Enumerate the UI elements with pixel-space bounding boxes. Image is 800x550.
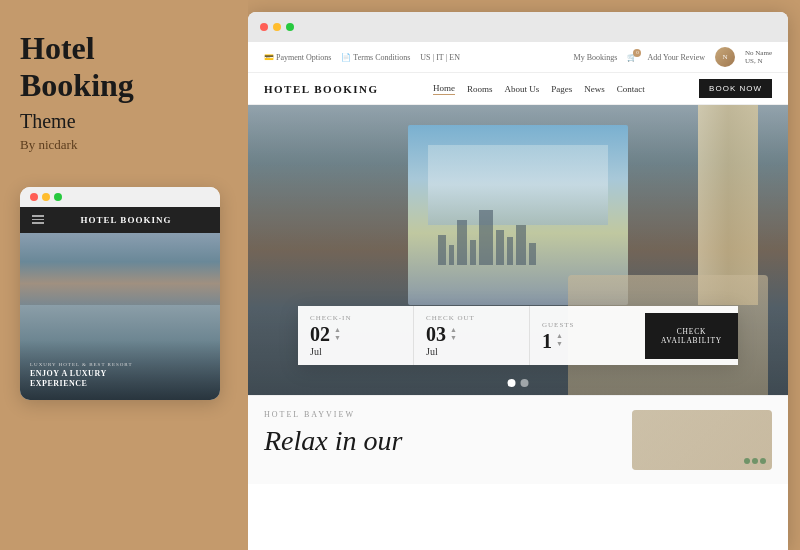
mobile-hero-text: LUXURY HOTEL & BEST RESORT ENJOY A LUXUR… — [30, 362, 132, 390]
checkin-label: CHECK-IN — [310, 314, 401, 322]
building-8 — [516, 225, 526, 265]
nav-link-news[interactable]: News — [584, 84, 605, 94]
checkout-month: Jul — [426, 346, 517, 357]
left-panel: HotelBooking Theme By nicdark HOTEL BOOK… — [0, 0, 248, 550]
checkout-day: 03 — [426, 324, 446, 344]
nav-links: Home Rooms About Us Pages News Contact — [433, 83, 645, 95]
building-6 — [496, 230, 504, 265]
nav-link-rooms[interactable]: Rooms — [467, 84, 493, 94]
browser-dot-minimize[interactable] — [273, 23, 281, 31]
building-7 — [507, 237, 513, 265]
checkin-up[interactable]: ▲ — [334, 327, 341, 334]
bottom-left: HOTEL BAYVIEW Relax in our — [264, 410, 612, 470]
checkout-field[interactable]: CHECK OUT 03 ▲ ▼ Jul — [414, 306, 530, 365]
terms-conditions-link[interactable]: 📄 Terms Conditions — [341, 53, 410, 62]
building-9 — [529, 243, 536, 265]
building-1 — [438, 235, 446, 265]
hero-section: CHECK-IN 02 ▲ ▼ Jul CHECK OUT 03 — [248, 105, 788, 550]
checkin-field[interactable]: CHECK-IN 02 ▲ ▼ Jul — [298, 306, 414, 365]
topbar-left: 💳 Payment Options 📄 Terms Conditions US … — [264, 53, 460, 62]
mobile-nav-title: HOTEL BOOKING — [44, 215, 208, 225]
checkout-label: CHECK OUT — [426, 314, 517, 322]
building-2 — [449, 245, 454, 265]
user-name: No Name — [745, 49, 772, 57]
check-availability-button[interactable]: CHECKAVAILABILITY — [645, 313, 738, 359]
document-icon: 📄 — [341, 53, 351, 62]
plant-dot-3 — [760, 458, 766, 464]
mobile-hero-image: LUXURY HOTEL & BEST RESORT ENJOY A LUXUR… — [20, 305, 220, 400]
site-topbar: 💳 Payment Options 📄 Terms Conditions US … — [248, 42, 788, 73]
guests-count: 1 — [542, 331, 552, 351]
checkin-down[interactable]: ▼ — [334, 335, 341, 342]
checkout-value: 03 ▲ ▼ — [426, 324, 517, 344]
building-4 — [470, 240, 476, 265]
checkin-stepper: ▲ ▼ — [334, 327, 341, 342]
site-nav: HOTEL BOOKING Home Rooms About Us Pages … — [248, 73, 788, 105]
left-author: By nicdark — [20, 137, 228, 153]
bottom-section: HOTEL BAYVIEW Relax in our — [248, 395, 788, 484]
site-logo: HOTEL BOOKING — [264, 83, 379, 95]
guests-down[interactable]: ▼ — [556, 341, 563, 348]
browser-dot-maximize[interactable] — [286, 23, 294, 31]
booking-bar: CHECK-IN 02 ▲ ▼ Jul CHECK OUT 03 — [298, 306, 738, 365]
checkin-day: 02 — [310, 324, 330, 344]
slide-dot-1[interactable] — [508, 379, 516, 387]
plant-decoration — [744, 458, 766, 464]
bottom-section-tag: HOTEL BAYVIEW — [264, 410, 612, 419]
dot-green — [54, 193, 62, 201]
dot-red — [30, 193, 38, 201]
plant-dot-2 — [752, 458, 758, 464]
guests-label: GUESTS — [542, 321, 633, 329]
mobile-hero-small-text: LUXURY HOTEL & BEST RESORT — [30, 362, 132, 367]
nav-link-home[interactable]: Home — [433, 83, 455, 95]
skyline — [438, 210, 536, 265]
my-bookings-link[interactable]: My Bookings — [574, 53, 618, 62]
left-title: HotelBooking — [20, 30, 228, 104]
browser-window: 💳 Payment Options 📄 Terms Conditions US … — [248, 12, 788, 550]
checkout-stepper: ▲ ▼ — [450, 327, 457, 342]
nav-link-pages[interactable]: Pages — [551, 84, 572, 94]
payment-options-link[interactable]: 💳 Payment Options — [264, 53, 331, 62]
building-5 — [479, 210, 493, 265]
plant-dot-1 — [744, 458, 750, 464]
mobile-hero-big-text: ENJOY A LUXURYEXPERIENCE — [30, 369, 132, 390]
building-3 — [457, 220, 467, 265]
mobile-window-image — [20, 233, 220, 305]
topbar-right: My Bookings 🛒 0 Add Your Review N No Nam… — [574, 47, 772, 67]
language-selector[interactable]: US | IT | EN — [420, 53, 460, 62]
checkin-value: 02 ▲ ▼ — [310, 324, 401, 344]
add-review-link[interactable]: Add Your Review — [647, 53, 705, 62]
cart-badge: 0 — [633, 49, 641, 57]
mobile-titlebar — [20, 187, 220, 207]
user-info: No Name US, N — [745, 49, 772, 66]
mobile-menu-icon — [32, 215, 44, 224]
checkin-month: Jul — [310, 346, 401, 357]
dot-yellow — [42, 193, 50, 201]
left-subtitle: Theme — [20, 110, 228, 133]
slide-dots — [508, 379, 529, 387]
mobile-mockup: HOTEL BOOKING LUXURY HOTEL & BEST RESORT… — [20, 187, 220, 400]
checkout-down[interactable]: ▼ — [450, 335, 457, 342]
slide-dot-2[interactable] — [521, 379, 529, 387]
bottom-section-title: Relax in our — [264, 425, 612, 457]
user-location: US, N — [745, 57, 772, 65]
browser-chrome — [248, 12, 788, 42]
bottom-room-thumbnail — [632, 410, 772, 470]
browser-dot-close[interactable] — [260, 23, 268, 31]
guests-stepper: ▲ ▼ — [556, 333, 563, 348]
mobile-nav-bar: HOTEL BOOKING — [20, 207, 220, 233]
user-avatar[interactable]: N — [715, 47, 735, 67]
checkout-up[interactable]: ▲ — [450, 327, 457, 334]
nav-link-contact[interactable]: Contact — [617, 84, 645, 94]
hero-image: CHECK-IN 02 ▲ ▼ Jul CHECK OUT 03 — [248, 105, 788, 395]
user-initials: N — [722, 53, 727, 61]
cart-icon-wrap[interactable]: 🛒 0 — [627, 53, 637, 62]
guests-field[interactable]: GUESTS 1 ▲ ▼ — [530, 313, 645, 359]
guests-value: 1 ▲ ▼ — [542, 331, 633, 351]
nav-link-about[interactable]: About Us — [504, 84, 539, 94]
guests-up[interactable]: ▲ — [556, 333, 563, 340]
credit-card-icon: 💳 — [264, 53, 274, 62]
book-now-button[interactable]: BOOK NOW — [699, 79, 772, 98]
